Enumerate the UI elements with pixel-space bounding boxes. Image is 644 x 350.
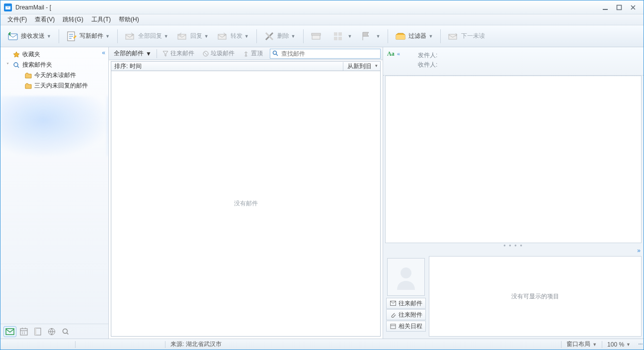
sort-label: 排序: 时间	[111, 62, 343, 71]
next-unread-icon	[447, 30, 459, 42]
preview-body	[385, 76, 642, 243]
next-unread-button[interactable]: 下一未读	[444, 28, 488, 44]
title-bar: DreamMail - [	[0, 0, 644, 14]
receive-send-label: 接收发送	[21, 32, 45, 40]
filter-bar: 全部的邮件 ▼ 往来邮件 垃圾邮件 置顶	[109, 47, 383, 60]
menu-file[interactable]: 文件(F)	[4, 14, 30, 25]
delete-icon	[263, 30, 275, 42]
contact-tab-schedule-label: 相关日程	[399, 322, 422, 331]
filter-button[interactable]: 过滤器 ▼	[391, 28, 436, 44]
maximize-button[interactable]	[615, 4, 624, 11]
dropdown-icon: ▼	[47, 34, 51, 39]
filter-junk[interactable]: 垃圾邮件	[199, 49, 238, 59]
sidebar-tab-search[interactable]	[59, 326, 72, 337]
archive-button[interactable]	[307, 28, 327, 44]
receive-send-button[interactable]: 接收发送 ▼	[3, 28, 55, 44]
mail-list: 没有邮件	[111, 71, 381, 337]
category-button[interactable]: ▼	[328, 28, 356, 44]
menu-goto[interactable]: 跳转(G)	[60, 14, 86, 25]
dropdown-icon: ▼	[105, 34, 110, 39]
menu-tools[interactable]: 工具(T)	[88, 14, 114, 25]
dropdown-icon: ▼	[428, 34, 433, 39]
filter-all-mail[interactable]: 全部的邮件 ▼	[111, 49, 155, 59]
filter-label: 过滤器	[408, 32, 426, 40]
tree-search-folder[interactable]: ˅ 搜索邮件夹	[0, 60, 108, 70]
contact-tab-attach[interactable]: 往来附件	[386, 309, 426, 320]
folder-icon	[24, 82, 32, 90]
dropdown-icon: ▼	[376, 34, 380, 39]
tree-item-today-unread[interactable]: 今天的未读邮件	[0, 70, 108, 81]
status-progress	[76, 339, 165, 350]
window-controls	[601, 4, 641, 11]
forward-label: 转发	[231, 32, 242, 40]
sidebar-tab-web[interactable]	[45, 326, 58, 337]
text-size-icon[interactable]: Aa	[387, 50, 395, 58]
separator	[117, 29, 118, 43]
filter-correspondence[interactable]: 往来邮件	[159, 49, 197, 59]
dropdown-icon: ▼	[146, 50, 152, 57]
reply-all-button[interactable]: 全部回复 ▼	[121, 28, 172, 44]
sidebar-tab-calendar[interactable]	[17, 326, 30, 337]
tree-favorites[interactable]: 收藏夹	[0, 49, 108, 60]
archive-icon	[310, 30, 322, 42]
sort-order[interactable]: 从新到旧	[343, 62, 380, 71]
search-folder-icon	[12, 61, 20, 69]
status-layout[interactable]: 窗口布局 ▼	[562, 339, 602, 350]
reply-all-label: 全部回复	[138, 32, 162, 40]
dropdown-icon: ▼	[164, 34, 168, 39]
close-button[interactable]	[629, 4, 638, 11]
svg-rect-11	[338, 32, 342, 36]
contact-panel: 往来邮件 往来附件 相关日程	[385, 256, 427, 337]
expand-icon[interactable]: ˅	[4, 62, 10, 68]
app-icon	[3, 3, 12, 12]
mail-icon	[390, 300, 397, 307]
filter-pin-label: 置顶	[251, 49, 263, 58]
expand-bottom-icon[interactable]: »	[383, 247, 644, 254]
tree-item-unreplied[interactable]: 三天内未回复的邮件	[0, 81, 108, 91]
collapse-sidebar-icon[interactable]: «	[102, 49, 105, 56]
svg-rect-20	[35, 328, 36, 335]
forward-button[interactable]: 转发 ▼	[213, 28, 252, 44]
menu-view[interactable]: 查看(V)	[32, 14, 58, 25]
search-box[interactable]	[270, 49, 381, 59]
status-zoom[interactable]: 100 % ▼	[602, 339, 636, 350]
svg-point-25	[401, 267, 411, 278]
sidebar-tab-notes[interactable]	[31, 326, 44, 337]
reply-button[interactable]: 回复 ▼	[173, 28, 212, 44]
separator	[440, 29, 441, 43]
svg-point-24	[273, 51, 276, 54]
filter-pin[interactable]: 置顶	[240, 49, 266, 59]
splitter[interactable]: ● ● ● ●	[383, 243, 644, 247]
empty-list-label: 没有邮件	[234, 199, 258, 208]
svg-point-22	[63, 329, 68, 333]
dropdown-icon: ▼	[291, 34, 296, 39]
contact-tab-schedule[interactable]: 相关日程	[386, 321, 426, 332]
svg-rect-2	[617, 5, 622, 9]
delete-button[interactable]: 删除 ▼	[260, 28, 299, 44]
to-row: 收件人:	[418, 61, 639, 69]
svg-rect-9	[312, 33, 321, 35]
tree-search-folder-label: 搜索邮件夹	[22, 61, 52, 69]
toolbar: 接收发送 ▼ 写新邮件 ▼ 全部回复 ▼ 回复 ▼ 转发 ▼ 删除	[0, 25, 644, 47]
filter-all-mail-label: 全部的邮件	[114, 49, 144, 58]
sort-bar[interactable]: 排序: 时间 从新到旧	[111, 61, 381, 71]
sidebar-tab-mail[interactable]	[3, 326, 16, 337]
preview-bottom: 往来邮件 往来附件 相关日程 没有可显示的项目	[383, 254, 644, 339]
search-input[interactable]	[281, 50, 378, 57]
reply-all-icon	[124, 30, 136, 42]
compose-button[interactable]: 写新邮件 ▼	[62, 28, 113, 44]
svg-rect-10	[334, 32, 337, 36]
minimize-button[interactable]	[601, 4, 610, 11]
from-row: 发件人:	[418, 51, 639, 60]
funnel-icon	[162, 50, 169, 57]
menu-help[interactable]: 帮助(H)	[116, 14, 142, 25]
flag-button[interactable]: ▼	[356, 28, 384, 44]
collapse-header-icon[interactable]: «	[397, 51, 400, 57]
next-unread-label: 下一未读	[461, 32, 485, 40]
contact-tab-mail[interactable]: 往来邮件	[386, 298, 426, 309]
search-icon	[272, 50, 279, 57]
resize-grip[interactable]	[636, 344, 644, 346]
separator	[388, 29, 388, 43]
filter-icon	[395, 30, 406, 42]
separator	[256, 29, 257, 43]
